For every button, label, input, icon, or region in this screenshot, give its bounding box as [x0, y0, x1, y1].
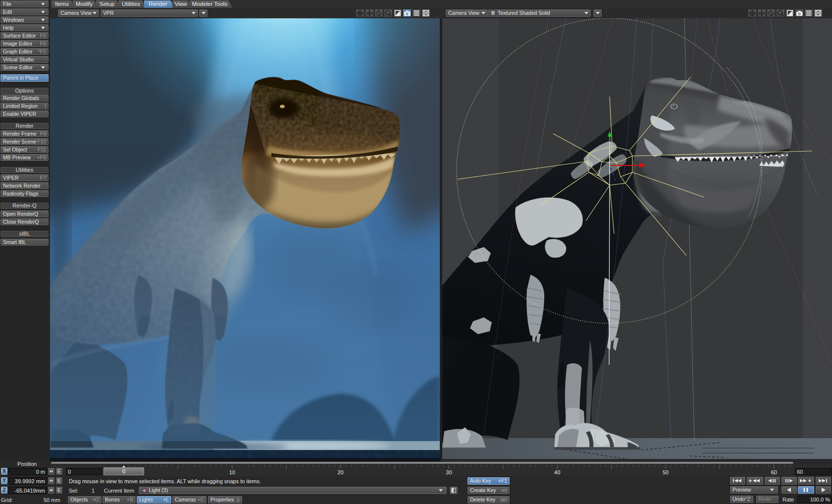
svg-text:30: 30 [446, 469, 452, 475]
svg-text:60: 60 [771, 469, 777, 475]
svg-text:40: 40 [554, 469, 560, 475]
svg-text:20: 20 [337, 469, 343, 475]
svg-text:10: 10 [229, 469, 235, 475]
svg-text:50: 50 [663, 469, 669, 475]
